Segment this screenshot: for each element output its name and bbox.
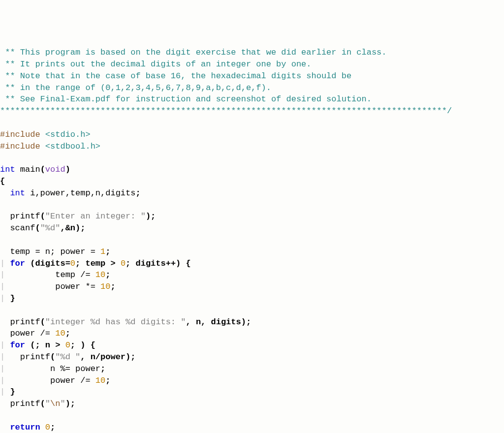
indent-guide: | <box>0 282 20 291</box>
indent-guide: | <box>0 376 20 385</box>
args: , n/power <box>80 352 126 362</box>
indent-guide: | <box>0 294 10 303</box>
args: ,&n <box>60 223 75 233</box>
keyword-for: for <box>10 259 25 268</box>
paren-semi: ); <box>146 212 156 221</box>
comment-line: ** in the range of (0,1,2,3,4,5,6,7,8,9,… <box>0 83 271 93</box>
paren: ( <box>35 223 40 233</box>
indent <box>0 317 10 327</box>
indent-guide: | <box>0 387 10 397</box>
func-main: main <box>15 165 40 174</box>
comment-line: ** It prints out the decimal digits of a… <box>0 60 312 69</box>
args: , n, digits <box>186 317 241 327</box>
number: 10 <box>95 376 105 385</box>
semi: ; <box>105 247 110 256</box>
semi: ; <box>65 329 70 338</box>
indent <box>0 399 10 408</box>
stmt: n %= power <box>20 364 100 373</box>
number: 1 <box>100 247 105 256</box>
paren-semi: ); <box>65 399 75 408</box>
indent <box>0 212 10 221</box>
paren-semi: ); <box>75 223 85 233</box>
include-header: <stdbool.h> <box>45 142 100 151</box>
paren: ) <box>65 165 70 174</box>
preproc-include: #include <box>0 142 45 151</box>
paren: ( <box>40 399 45 408</box>
escape-seq: \n <box>50 399 60 408</box>
paren: ( <box>40 165 45 174</box>
semi: ; <box>135 188 140 198</box>
stmt: power /= <box>20 376 95 385</box>
indent-guide: | <box>0 259 10 268</box>
string-quote: " <box>45 399 50 408</box>
semi: ; <box>50 423 55 432</box>
comment-line: ** This program is based on the digit ex… <box>0 48 387 57</box>
string-quote: " <box>60 399 65 408</box>
brace: { <box>0 177 5 186</box>
number: 10 <box>100 282 110 291</box>
semi: ; <box>105 376 110 385</box>
comment-line: ** Note that in the case of base 16, the… <box>0 71 351 81</box>
for-head: (; n > <box>25 340 65 350</box>
number: 0 <box>121 259 126 268</box>
paren: ( <box>50 352 55 362</box>
paren-semi: ); <box>241 317 251 327</box>
void-keyword: void <box>45 165 65 174</box>
stmt: temp /= <box>20 270 95 279</box>
stmt: temp = n; power = <box>0 247 100 256</box>
brace: } <box>10 387 15 397</box>
for-head: ; ) { <box>70 340 95 350</box>
type-int: int <box>0 165 15 174</box>
paren-semi: ); <box>126 352 135 362</box>
func-printf: printf <box>20 352 50 362</box>
paren: ( <box>40 212 45 221</box>
stmt: power /= <box>0 329 55 338</box>
string-literal: "%d " <box>55 352 80 362</box>
func-scanf: scanf <box>10 223 35 233</box>
func-printf: printf <box>10 399 40 408</box>
include-header: <stdio.h> <box>45 130 91 139</box>
number: 10 <box>95 270 105 279</box>
indent <box>0 188 10 198</box>
stmt: power *= <box>20 282 100 291</box>
keyword-return: return <box>10 423 40 432</box>
string-literal: "integer %d has %d digits: " <box>45 317 186 327</box>
indent <box>0 223 10 233</box>
semi: ; <box>100 364 105 373</box>
semi: ; <box>110 282 115 291</box>
comment-line: ****************************************… <box>0 106 452 116</box>
string-literal: "Enter an integer: " <box>45 212 146 221</box>
for-head: ; digits++) { <box>126 259 191 268</box>
func-printf: printf <box>10 317 40 327</box>
keyword-for: for <box>10 340 25 350</box>
type-int: int <box>10 188 25 198</box>
space <box>40 423 45 432</box>
indent-guide: | <box>0 364 20 373</box>
number: 10 <box>55 329 65 338</box>
number: 0 <box>65 340 70 350</box>
func-printf: printf <box>10 212 40 221</box>
semi: ; <box>105 270 110 279</box>
comment-line: ** See Final-Exam.pdf for instruction an… <box>0 94 372 104</box>
indent-guide: | <box>0 340 10 350</box>
indent-guide: | <box>0 352 20 362</box>
indent <box>0 423 10 432</box>
preproc-include: #include <box>0 130 45 139</box>
number: 0 <box>45 423 50 432</box>
brace: } <box>10 294 15 303</box>
decl-vars: i,power,temp,n,digits <box>25 188 135 198</box>
number: 0 <box>70 259 75 268</box>
for-head: (digits= <box>25 259 70 268</box>
string-literal: "%d" <box>40 223 61 233</box>
paren: ( <box>40 317 45 327</box>
code-block: ** This program is based on the digit ex… <box>0 47 504 433</box>
for-head: ; temp > <box>75 259 121 268</box>
indent-guide: | <box>0 270 20 279</box>
